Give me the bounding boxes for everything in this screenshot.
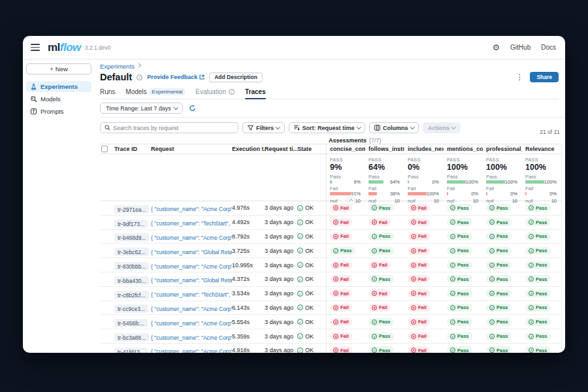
trace-id-link[interactable]: tr-2971ea... (114, 205, 149, 214)
provide-feedback-link[interactable]: Provide Feedback (147, 74, 204, 80)
table-row[interactable]: tr-bba430...{ "customer_name": "Global R… (100, 272, 561, 287)
sidebar-item-prompts[interactable]: T Prompts (26, 106, 91, 117)
trace-id-link[interactable]: tr-830bbb... (114, 262, 149, 270)
table-row[interactable]: tr-bc3a88...{ "customer_name": "Acme Cor… (100, 329, 561, 344)
fail-pct: 91% (351, 191, 361, 197)
request-link[interactable]: { "customer_name": "Acme Corp", "... (151, 348, 232, 353)
x-icon: ✕ (411, 263, 416, 268)
check-icon: ✓ (450, 305, 455, 310)
docs-link[interactable]: Docs (541, 44, 556, 51)
trace-id-link[interactable]: tr-bc3a88... (114, 333, 149, 342)
table-row[interactable]: tr-c8b2fcf...{ "customer_name": "TechSta… (100, 287, 561, 301)
check-icon: ✓ (450, 263, 455, 268)
search-input[interactable] (113, 125, 234, 131)
x-icon: ✕ (372, 263, 377, 268)
pass-bar (447, 180, 466, 184)
pass-caps-label: PASS (330, 157, 361, 162)
trace-id-link[interactable]: tr-9df173... (114, 220, 148, 228)
trace-id-link[interactable]: tr-cc9ce3... (114, 304, 148, 313)
request-link[interactable]: { "customer_name": "Acme Corp", "... (151, 235, 232, 241)
assessment-column-label: follows_instru... (368, 146, 404, 152)
column-header: Execution t... (232, 146, 265, 152)
assessment-badge-fail: ✕Fail (408, 289, 430, 297)
sidebar-item-models[interactable]: Models (26, 93, 91, 105)
table-row[interactable]: tr-5456fc...{ "customer_name": "Acme Cor… (100, 315, 561, 329)
refresh-icon[interactable] (189, 105, 196, 112)
fail-pct: 0% (471, 191, 478, 197)
trace-id-link[interactable]: tr-41fd13... (114, 348, 148, 353)
request-link[interactable]: { "customer_name": "TechStart", "u... (151, 291, 232, 298)
request-link[interactable]: { "customer_name": "Acme Corp", "... (151, 335, 232, 341)
trace-id-link[interactable]: tr-b468d9... (114, 233, 149, 242)
tab-runs[interactable]: Runs (100, 84, 115, 99)
tab-models[interactable]: Models Experimental (125, 84, 185, 99)
assessment-column-label: mentions_con... (447, 146, 483, 152)
tab-evaluation[interactable]: Evaluation i (195, 84, 235, 99)
actions-button[interactable]: Actions (423, 122, 461, 133)
table-header-row: Trace IDRequestExecution t...Request ti.… (100, 144, 561, 154)
trace-id-link[interactable]: tr-3ebc62... (114, 248, 149, 256)
result-count: 21 of 21 (540, 129, 560, 135)
table-row[interactable]: tr-9df173...{ "customer_name": "TechStar… (100, 216, 561, 230)
filters-button[interactable]: Filters (242, 122, 285, 133)
badge-label: Pass (536, 333, 547, 339)
request-link[interactable]: { "customer_name": "Global Retail", ... (151, 277, 232, 284)
settings-gear-icon[interactable]: ⚙ (492, 43, 500, 52)
github-link[interactable]: GitHub (510, 44, 531, 51)
request-link[interactable]: { "customer_name": "TechStart", "u... (151, 220, 232, 227)
share-button[interactable]: Share (530, 72, 559, 82)
check-icon: ✓ (489, 234, 495, 239)
x-icon: ✕ (333, 334, 338, 339)
table-row[interactable]: tr-41fd13...{ "customer_name": "Acme Cor… (100, 344, 561, 353)
request-link[interactable]: { "customer_name": "Acme Corp", "... (151, 320, 232, 327)
mlflow-logo[interactable]: mlflow (48, 41, 81, 54)
x-icon: ✕ (411, 319, 416, 325)
add-description-button[interactable]: Add Description (209, 73, 263, 82)
new-button[interactable]: + New (26, 63, 91, 74)
table-row[interactable]: tr-3ebc62...{ "customer_name": "Global R… (100, 244, 561, 258)
x-icon: ✕ (411, 205, 416, 210)
trace-id-link[interactable]: tr-5456fc... (114, 319, 148, 327)
info-icon[interactable]: i (137, 74, 142, 80)
hamburger-menu-icon[interactable] (31, 44, 40, 51)
state-label: OK (305, 233, 314, 240)
state-cell: ✓OK (297, 290, 326, 297)
chevron-down-icon (357, 125, 361, 129)
state-label: OK (305, 319, 314, 325)
external-link-icon (199, 74, 204, 80)
badge-label: Pass (536, 205, 547, 211)
request-link[interactable]: { "customer_name": "Acme Corp", "... (151, 263, 232, 270)
fail-pct: 36% (390, 191, 400, 197)
request-link[interactable]: { "customer_name": "Acme Corp", "... (151, 306, 232, 312)
breadcrumb-experiments-link[interactable]: Experiments (100, 63, 135, 70)
badge-label: Pass (457, 348, 469, 353)
state-label: OK (305, 333, 314, 340)
overflow-menu-icon[interactable]: ⋮ (514, 73, 525, 82)
x-icon: ✕ (333, 319, 338, 325)
request-time-cell: 3 days ago (265, 347, 297, 353)
sort-button[interactable]: Sort: Request time (289, 122, 366, 133)
select-all-checkbox[interactable] (101, 146, 108, 152)
table-row[interactable]: tr-cc9ce3...{ "customer_name": "Acme Cor… (100, 301, 561, 316)
collapse-summary-button[interactable] (347, 197, 355, 205)
assessment-badge-pass: ✓Pass (368, 346, 394, 353)
assessment-badge-pass: ✓Pass (447, 247, 472, 255)
request-link[interactable]: { "customer_name": "Global Retail", ... (151, 249, 232, 255)
check-circle-icon: ✓ (297, 262, 303, 268)
table-row[interactable]: tr-b468d9...{ "customer_name": "Acme Cor… (100, 230, 561, 244)
time-range-dropdown[interactable]: Time Range: Last 7 days (100, 103, 183, 114)
trace-id-link[interactable]: tr-bba430... (114, 276, 149, 285)
assessment-badge-pass: ✓Pass (525, 275, 551, 283)
null-count: 10 (512, 198, 517, 204)
execution-time-cell: 3.725s (232, 248, 265, 254)
table-row[interactable]: tr-830bbb...{ "customer_name": "Acme Cor… (100, 258, 561, 272)
trace-id-link[interactable]: tr-c8b2fcf... (114, 291, 149, 299)
columns-button[interactable]: Columns (369, 122, 419, 133)
request-link[interactable]: { "customer_name": "Acme Corp", "... (151, 206, 232, 212)
logo-flow: flow (60, 41, 81, 54)
fail-bar (330, 192, 351, 195)
sidebar-item-experiments[interactable]: Experiments (26, 81, 91, 92)
check-icon: ✓ (489, 319, 495, 325)
tab-traces[interactable]: Traces (245, 84, 266, 99)
badge-label: Pass (457, 220, 469, 225)
